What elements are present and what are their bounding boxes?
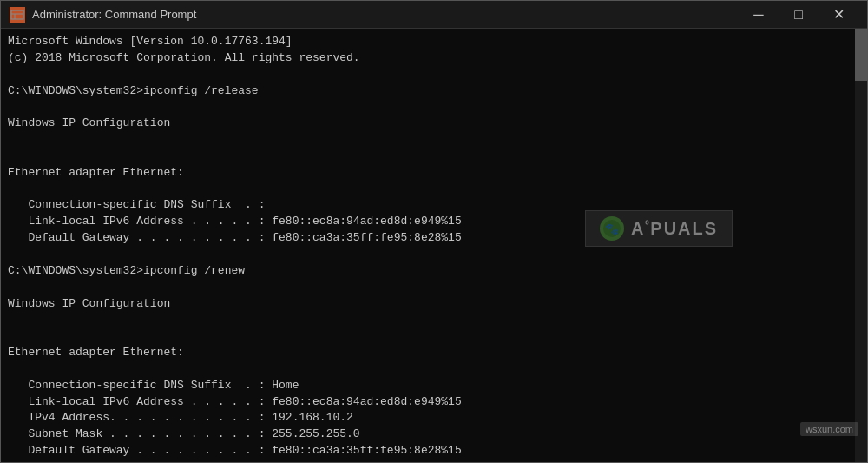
window-title: Administrator: Command Prompt — [32, 8, 739, 21]
scrollbar-thumb[interactable] — [855, 29, 867, 81]
appuals-text: A⁰PUALS — [631, 219, 718, 239]
scrollbar[interactable] — [855, 29, 867, 462]
svg-text:🐾: 🐾 — [605, 222, 620, 236]
title-bar: Administrator: Command Prompt ─ □ ✕ — [1, 1, 867, 29]
minimize-button[interactable]: ─ — [739, 1, 779, 29]
maximize-button[interactable]: □ — [779, 1, 819, 29]
svg-rect-0 — [11, 10, 23, 19]
cmd-window: Administrator: Command Prompt ─ □ ✕ Micr… — [0, 0, 868, 463]
close-button[interactable]: ✕ — [819, 1, 858, 29]
window-icon — [10, 7, 25, 23]
appuals-icon: 🐾 — [600, 216, 624, 241]
terminal-content[interactable]: Microsoft Windows [Version 10.0.17763.19… — [1, 29, 867, 462]
appuals-watermark: 🐾 A⁰PUALS — [572, 202, 746, 255]
window-controls: ─ □ ✕ — [739, 1, 858, 29]
